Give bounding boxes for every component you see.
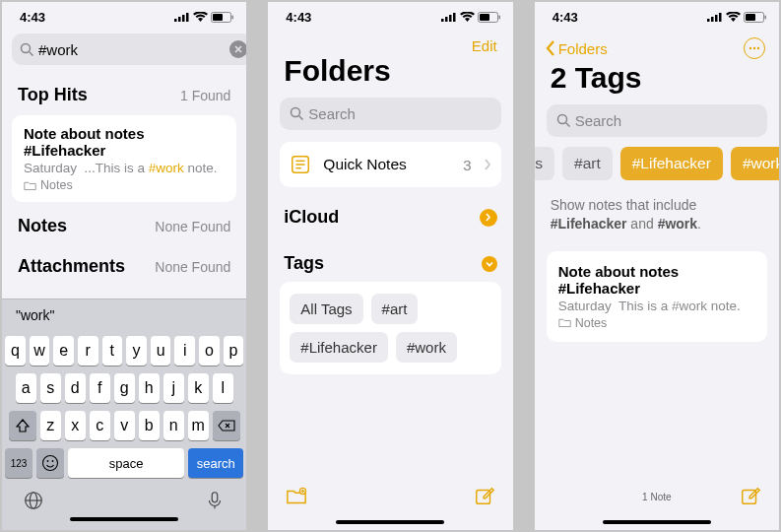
note-card[interactable]: Note about notes #Lifehacker Saturday Th… (547, 251, 767, 342)
key-l[interactable]: l (213, 373, 233, 403)
edit-button[interactable]: Edit (472, 37, 497, 54)
home-indicator[interactable] (336, 520, 444, 524)
key-q[interactable]: q (5, 336, 26, 366)
screen-folders: 4:43 Edit Folders Quick Notes 3 iCloud T… (268, 2, 512, 530)
tags-header-row[interactable]: Tags (268, 235, 512, 282)
shift-key[interactable] (9, 411, 36, 440)
tag-chip[interactable]: #art (371, 294, 419, 324)
new-folder-icon[interactable] (286, 486, 307, 507)
key-t[interactable]: t (102, 336, 123, 366)
key-v[interactable]: v (114, 411, 135, 440)
key-o[interactable]: o (199, 336, 220, 366)
key-x[interactable]: x (65, 411, 86, 440)
home-indicator[interactable] (603, 520, 711, 524)
account-row[interactable]: iCloud (268, 187, 512, 235)
key-d[interactable]: d (65, 373, 86, 403)
page-title: 2 Tags (535, 61, 779, 104)
key-s[interactable]: s (40, 373, 61, 403)
key-c[interactable]: c (90, 411, 110, 440)
key-w[interactable]: w (30, 336, 50, 366)
search-input[interactable] (304, 105, 499, 122)
bottom-toolbar: 1 Note (535, 483, 779, 516)
space-key[interactable]: space (68, 448, 184, 478)
emoji-icon (41, 454, 59, 472)
compose-icon[interactable] (474, 486, 495, 507)
search-input[interactable] (34, 41, 229, 58)
delete-key[interactable] (213, 411, 240, 440)
svg-point-43 (757, 47, 759, 49)
tag-filter-chip[interactable]: #work (731, 147, 779, 180)
key-z[interactable]: z (40, 411, 61, 440)
search-field[interactable] (12, 33, 246, 65)
status-time: 4:43 (553, 10, 578, 25)
tag-chip[interactable]: #Lifehacker (290, 332, 388, 363)
key-p[interactable]: p (224, 336, 244, 366)
battery-icon (744, 12, 767, 23)
notes-section-header: Notes None Found (2, 204, 246, 244)
svg-point-10 (47, 460, 49, 462)
status-icons (441, 12, 501, 23)
key-b[interactable]: b (139, 411, 160, 440)
keyboard-suggestion-bar[interactable]: "work" (2, 299, 246, 331)
attachments-section-count: None Found (155, 259, 230, 275)
tag-filter-chip[interactable]: #art (562, 147, 613, 180)
search-result-card[interactable]: Note about notes #Lifehacker Saturday ..… (12, 115, 236, 202)
top-hits-title: Top Hits (18, 85, 88, 105)
chevron-right-icon (484, 159, 491, 170)
emoji-key[interactable] (36, 448, 64, 478)
back-button[interactable]: Folders (545, 40, 608, 57)
clear-search-button[interactable] (229, 40, 246, 58)
key-a[interactable]: a (16, 373, 36, 403)
key-k[interactable]: k (188, 373, 209, 403)
key-f[interactable]: f (90, 373, 110, 403)
key-u[interactable]: u (151, 336, 171, 366)
home-indicator[interactable] (70, 517, 178, 521)
status-bar: 4:43 (268, 2, 512, 28)
top-hits-header: Top Hits 1 Found (2, 73, 246, 113)
globe-icon[interactable] (23, 490, 44, 511)
search-field[interactable] (280, 98, 500, 130)
mic-icon[interactable] (204, 490, 226, 511)
key-row-1: qwertyuiop (5, 336, 243, 366)
search-input[interactable] (571, 112, 766, 129)
key-e[interactable]: e (53, 336, 74, 366)
quick-notes-row[interactable]: Quick Notes 3 (280, 142, 500, 187)
tag-filter-chip[interactable]: gs (535, 147, 554, 180)
search-key[interactable]: search (188, 448, 243, 478)
svg-rect-6 (232, 15, 234, 19)
notes-section-title: Notes (18, 216, 67, 236)
more-button[interactable] (744, 37, 765, 59)
screen-tags: 4:43 Folders 2 Tags gs#art#Lifehacker#wo… (535, 2, 779, 530)
key-y[interactable]: y (126, 336, 147, 366)
key-m[interactable]: m (188, 411, 209, 440)
result-folder: Notes (24, 178, 225, 192)
key-h[interactable]: h (139, 373, 160, 403)
numbers-key[interactable]: 123 (5, 448, 33, 478)
svg-rect-20 (453, 13, 456, 22)
ellipsis-icon (748, 46, 760, 50)
svg-line-25 (299, 116, 303, 120)
key-n[interactable]: n (163, 411, 184, 440)
tag-filter-chip[interactable]: #Lifehacker (620, 147, 723, 180)
chevron-down-circle-icon (482, 256, 497, 272)
svg-rect-1 (178, 17, 181, 22)
key-j[interactable]: j (163, 373, 184, 403)
svg-point-7 (22, 43, 31, 52)
tag-filter-strip[interactable]: gs#art#Lifehacker#work (535, 137, 779, 180)
key-i[interactable]: i (174, 336, 195, 366)
key-g[interactable]: g (114, 373, 135, 403)
close-icon (234, 45, 242, 53)
tags-title: Tags (284, 253, 324, 274)
tag-chip[interactable]: All Tags (290, 294, 362, 324)
tag-chip[interactable]: #work (396, 332, 457, 363)
svg-rect-23 (498, 15, 500, 19)
filter-description: Show notes that include #Lifehacker and … (535, 180, 779, 239)
quick-notes-count: 3 (463, 157, 471, 173)
battery-icon (211, 12, 234, 23)
svg-point-11 (52, 460, 54, 462)
signal-icon (174, 12, 190, 22)
quick-notes-icon (290, 154, 311, 175)
key-r[interactable]: r (78, 336, 98, 366)
compose-icon[interactable] (740, 486, 761, 507)
search-field[interactable] (547, 104, 767, 137)
